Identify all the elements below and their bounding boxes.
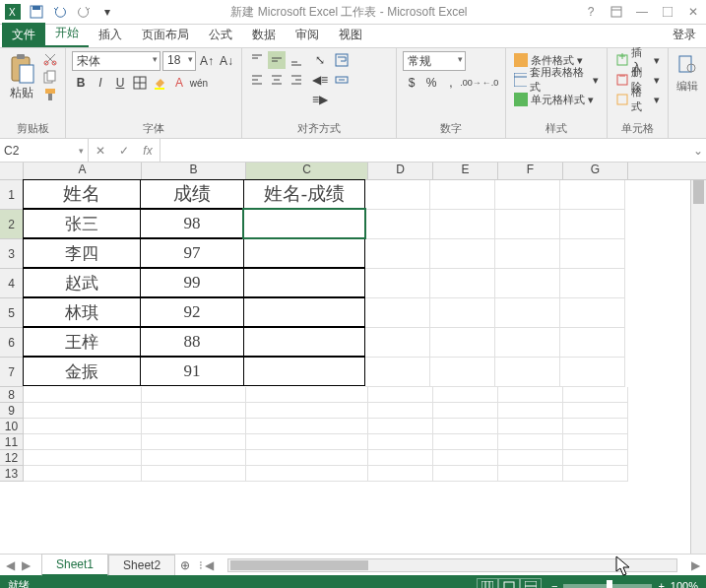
tab-review[interactable]: 审阅 — [286, 23, 329, 47]
cell[interactable] — [246, 434, 368, 450]
row-header[interactable]: 6 — [0, 328, 24, 358]
ribbon-display-icon[interactable] — [608, 3, 625, 21]
tab-formula[interactable]: 公式 — [199, 23, 242, 47]
minimize-icon[interactable]: — — [633, 3, 651, 21]
zoom-in-button[interactable]: + — [658, 580, 664, 589]
cell[interactable] — [24, 434, 142, 450]
cell[interactable] — [498, 387, 563, 403]
decrease-indent-icon[interactable]: ◀≡ — [311, 71, 329, 89]
increase-indent-icon[interactable]: ≡▶ — [311, 91, 329, 108]
tab-layout[interactable]: 页面布局 — [132, 23, 199, 47]
cell[interactable]: 99 — [140, 268, 244, 297]
column-header-D[interactable]: D — [368, 163, 433, 179]
cell[interactable] — [498, 419, 563, 434]
column-header-F[interactable]: F — [498, 163, 563, 179]
cell[interactable] — [368, 466, 433, 482]
cell[interactable] — [24, 466, 142, 482]
font-name-combo[interactable]: 宋体 — [72, 51, 160, 71]
cell[interactable] — [142, 403, 246, 419]
cell[interactable] — [563, 434, 628, 450]
cell[interactable] — [368, 387, 433, 403]
cell[interactable] — [365, 328, 430, 358]
cell[interactable] — [560, 358, 625, 387]
add-sheet-button[interactable]: ⊕ — [175, 558, 195, 572]
row-header[interactable]: 3 — [0, 239, 24, 269]
cell[interactable] — [246, 419, 368, 434]
column-header-C[interactable]: C — [246, 163, 368, 179]
format-cells-button[interactable]: 格式▾ — [613, 91, 662, 108]
cell[interactable] — [563, 403, 628, 419]
column-header-A[interactable]: A — [24, 163, 142, 179]
cell[interactable]: 姓名-成绩 — [243, 179, 365, 209]
cell[interactable] — [433, 466, 498, 482]
cell[interactable] — [246, 466, 368, 482]
cell[interactable]: 92 — [140, 297, 244, 327]
cell[interactable] — [430, 328, 495, 358]
cell[interactable] — [495, 328, 560, 358]
cell[interactable] — [24, 419, 142, 434]
cell[interactable] — [246, 450, 368, 466]
cell[interactable] — [243, 297, 365, 327]
cell[interactable]: 91 — [140, 357, 244, 386]
cell[interactable]: 李四 — [23, 238, 141, 268]
hscroll-right-icon[interactable]: ▶ — [689, 558, 702, 572]
zoom-out-button[interactable]: − — [551, 580, 557, 589]
name-box[interactable]: C2 — [0, 139, 89, 162]
underline-button[interactable]: U — [111, 74, 129, 92]
row-header[interactable]: 8 — [0, 387, 24, 403]
cell[interactable] — [560, 298, 625, 328]
cell[interactable] — [433, 450, 498, 466]
orientation-icon[interactable]: ⤡ — [311, 51, 329, 69]
sheet-tab-1[interactable]: Sheet1 — [41, 554, 108, 576]
enter-formula-icon[interactable]: ✓ — [112, 139, 136, 162]
sheet-nav-prev-icon[interactable]: ◀ — [6, 558, 20, 572]
cell[interactable]: 赵武 — [23, 268, 141, 297]
page-layout-view-icon[interactable] — [498, 578, 520, 589]
tab-home[interactable]: 开始 — [45, 21, 89, 47]
format-as-table-button[interactable]: 套用表格格式▾ — [512, 71, 601, 89]
redo-icon[interactable] — [75, 3, 93, 21]
cell[interactable] — [142, 434, 246, 450]
cell[interactable] — [430, 358, 495, 387]
row-header[interactable]: 5 — [0, 298, 24, 328]
cell[interactable]: 王梓 — [23, 327, 141, 357]
cell[interactable] — [563, 450, 628, 466]
font-color-button[interactable]: A — [170, 74, 188, 92]
cell[interactable] — [430, 269, 495, 298]
column-header-B[interactable]: B — [142, 163, 246, 179]
cell[interactable] — [433, 387, 498, 403]
login-link[interactable]: 登录 — [663, 23, 706, 47]
column-header-G[interactable]: G — [563, 163, 628, 179]
cell[interactable] — [365, 210, 430, 239]
cell[interactable] — [495, 269, 560, 298]
qat-dropdown-icon[interactable]: ▾ — [98, 3, 116, 21]
cell[interactable] — [495, 298, 560, 328]
cell[interactable] — [243, 209, 365, 238]
cell[interactable] — [142, 450, 246, 466]
row-header[interactable]: 10 — [0, 419, 24, 434]
find-select-icon[interactable] — [674, 51, 700, 77]
increase-font-icon[interactable]: A↑ — [198, 52, 216, 70]
cell[interactable] — [430, 180, 495, 210]
cell[interactable] — [243, 327, 365, 357]
merge-center-button[interactable] — [335, 71, 390, 89]
font-size-combo[interactable]: 18 — [162, 51, 196, 71]
tab-data[interactable]: 数据 — [242, 23, 286, 47]
cell[interactable] — [24, 450, 142, 466]
accounting-format-icon[interactable]: $ — [403, 74, 420, 92]
italic-button[interactable]: I — [92, 74, 109, 92]
format-painter-icon[interactable] — [41, 87, 59, 102]
hscroll-left-icon[interactable]: ◀ — [203, 558, 216, 572]
cell[interactable] — [368, 403, 433, 419]
row-header[interactable]: 12 — [0, 450, 24, 466]
row-header[interactable]: 2 — [0, 210, 24, 239]
cell[interactable] — [142, 466, 246, 482]
row-header[interactable]: 11 — [0, 434, 24, 450]
cell[interactable] — [498, 434, 563, 450]
page-break-view-icon[interactable] — [520, 578, 542, 589]
select-all-corner[interactable] — [0, 163, 24, 179]
cell[interactable] — [243, 357, 365, 386]
zoom-level[interactable]: 100% — [671, 580, 698, 589]
zoom-slider[interactable] — [563, 584, 652, 588]
sheet-tab-2[interactable]: Sheet2 — [108, 555, 175, 575]
